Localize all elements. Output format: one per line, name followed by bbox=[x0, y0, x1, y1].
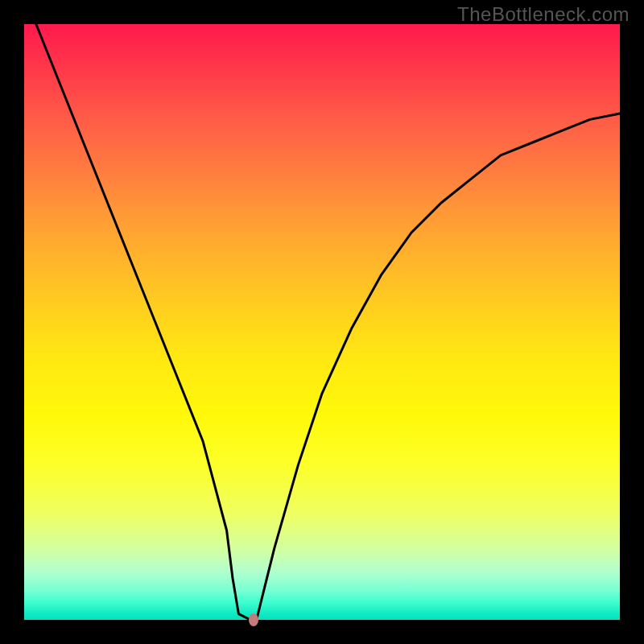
series-curve bbox=[36, 24, 620, 620]
watermark-text: TheBottleneck.com bbox=[457, 3, 630, 26]
curve-svg bbox=[24, 24, 620, 620]
highlight-marker bbox=[249, 613, 258, 626]
chart-frame: TheBottleneck.com bbox=[0, 0, 644, 644]
plot-area bbox=[24, 24, 620, 620]
